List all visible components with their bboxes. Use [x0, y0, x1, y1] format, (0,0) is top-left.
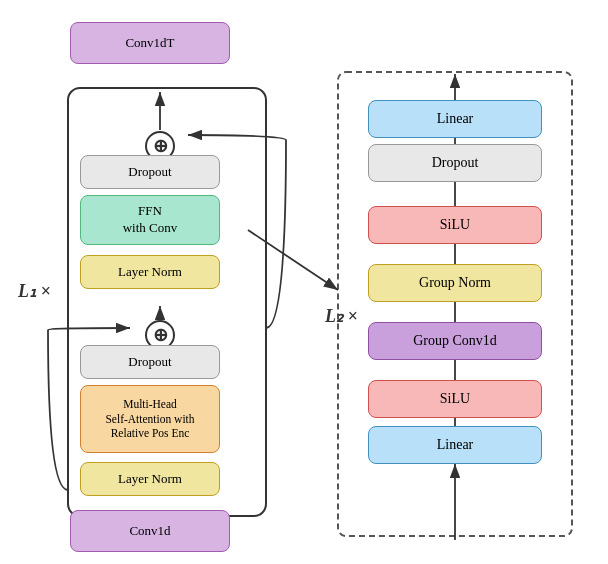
l1-repeat-text: L₁ × [18, 281, 51, 301]
linear-bot-label: Linear [437, 436, 474, 454]
dropout1-node: Dropout [80, 155, 220, 189]
conv1d-label: Conv1d [129, 523, 170, 540]
dropout2-node: Dropout [80, 345, 220, 379]
mhsa-label: Multi-Head Self-Attention with Relative … [105, 397, 194, 442]
linear-top-label: Linear [437, 110, 474, 128]
svg-text:⊕: ⊕ [153, 325, 168, 345]
silu-top-label: SiLU [440, 216, 470, 234]
groupnorm-node: Group Norm [368, 264, 542, 302]
groupconv-node: Group Conv1d [368, 322, 542, 360]
svg-rect-3 [338, 72, 572, 536]
dropout-right-label: Dropout [432, 154, 479, 172]
conv1dt-label: Conv1dT [125, 35, 174, 52]
svg-text:⊕: ⊕ [153, 136, 168, 156]
l2-repeat-label: L₂ × [325, 305, 358, 327]
conv1dt-node: Conv1dT [70, 22, 230, 64]
ffn-node: FFN with Conv [80, 195, 220, 245]
diagram-container: ⊕ ⊕ Conv1dT Dropout FFN with Conv [10, 10, 598, 554]
layernorm2-node: Layer Norm [80, 462, 220, 496]
layernorm1-node: Layer Norm [80, 255, 220, 289]
silu-bot-node: SiLU [368, 380, 542, 418]
silu-bot-label: SiLU [440, 390, 470, 408]
groupconv-label: Group Conv1d [413, 332, 497, 350]
dropout2-label: Dropout [128, 354, 171, 371]
layernorm2-label: Layer Norm [118, 471, 182, 488]
groupnorm-label: Group Norm [419, 274, 491, 292]
l2-repeat-text: L₂ × [325, 306, 358, 326]
conv1d-node: Conv1d [70, 510, 230, 552]
linear-top-node: Linear [368, 100, 542, 138]
dropout1-label: Dropout [128, 164, 171, 181]
ffn-label: FFN with Conv [123, 203, 178, 237]
mhsa-node: Multi-Head Self-Attention with Relative … [80, 385, 220, 453]
dropout-right-node: Dropout [368, 144, 542, 182]
svg-line-17 [248, 230, 338, 290]
silu-top-node: SiLU [368, 206, 542, 244]
layernorm1-label: Layer Norm [118, 264, 182, 281]
l1-repeat-label: L₁ × [18, 280, 51, 302]
linear-bot-node: Linear [368, 426, 542, 464]
